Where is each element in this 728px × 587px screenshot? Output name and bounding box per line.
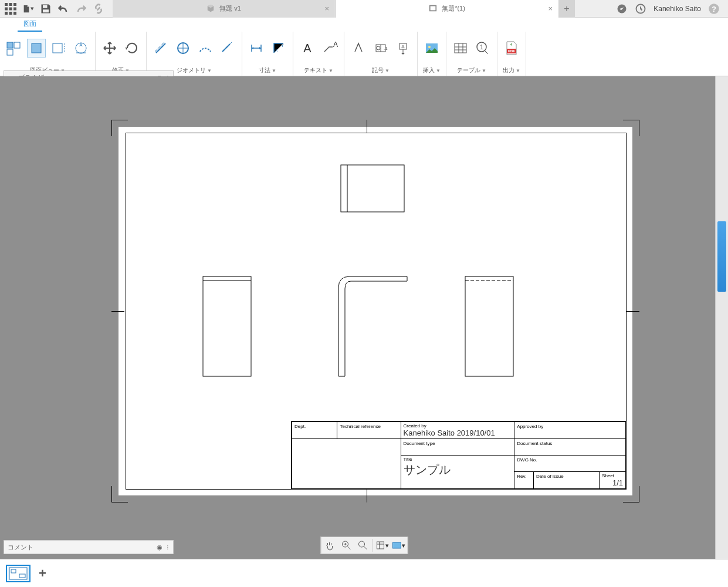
svg-rect-10 [43,9,49,12]
datum-id-icon[interactable]: A [394,39,412,58]
svg-text:A: A [333,41,338,49]
title-block[interactable]: Dept. Technical reference Created by Kan… [291,421,627,490]
image-icon[interactable] [422,39,441,58]
help-icon[interactable]: ? [708,3,720,15]
datum-icon[interactable]: .1 [371,39,390,58]
document-tab-inactive[interactable]: 無題 v1 × [113,0,336,18]
tb-title-label: Title [404,457,512,462]
tb-approvedby-label: Approved by [517,424,543,429]
arc-icon[interactable] [196,39,215,58]
line-icon[interactable] [151,39,170,58]
svg-text:X: X [275,48,278,52]
navigation-toolbar: ▾ ▾ [320,537,408,554]
ribbon-group-dimension: XY 寸法▼ [242,32,293,76]
pan-icon[interactable] [323,539,337,552]
close-icon[interactable]: × [324,4,329,13]
projected-view-left[interactable] [202,276,252,377]
zoom-fit-icon[interactable] [355,539,370,552]
base-view-front[interactable] [338,276,408,377]
app-grid-icon[interactable] [5,3,16,15]
balloon-icon[interactable]: 1 [473,39,492,58]
file-icon[interactable]: ▾ [22,3,34,15]
svg-line-49 [485,50,488,54]
ribbon-label: 寸法 [259,66,270,75]
close-icon[interactable]: × [548,4,553,13]
svg-line-24 [156,43,165,53]
cube-icon [206,4,215,14]
ordinate-icon[interactable]: XY [269,39,288,58]
layer-settings-icon[interactable]: ▾ [391,539,405,552]
sheet-bar: + [0,559,728,587]
circle-icon[interactable] [174,39,192,58]
vertical-scrollbar[interactable] [715,76,728,559]
ribbon-group-geometry: ジオメトリ▼ [147,32,242,76]
svg-text:Y: Y [281,43,284,48]
svg-rect-60 [341,165,404,212]
svg-line-67 [347,546,350,549]
svg-point-70 [358,541,364,547]
move-icon[interactable] [100,39,119,58]
svg-rect-12 [431,6,436,10]
canvas[interactable]: Dept. Technical reference Created by Kan… [0,76,714,544]
svg-rect-0 [5,3,8,6]
svg-rect-73 [392,542,401,548]
panel-resize-icon[interactable]: ⫶ [166,544,170,551]
ribbon-group-output: PDF 出力▼ [497,32,526,76]
tb-createdby-label: Created by [404,423,512,429]
dimension-icon[interactable] [247,39,266,58]
undo-icon[interactable] [57,3,69,15]
redo-icon[interactable] [75,3,87,15]
svg-text:PDF: PDF [508,49,515,53]
save-icon[interactable] [40,3,52,15]
document-tab-active[interactable]: 無題*(1) × [336,0,558,18]
surface-icon[interactable] [349,39,368,58]
ribbon-tab-drawing[interactable]: 図面 [18,17,42,32]
ribbon-label: テーブル [457,66,480,75]
leader-text-icon[interactable]: A [320,39,339,58]
ribbon-group-insert: 挿入▼ [418,32,446,76]
user-name[interactable]: Kanehiko Saito [653,5,701,13]
text-icon[interactable]: A [298,39,317,58]
projected-view-right[interactable] [465,276,514,377]
tb-createdby-value: Kanehiko Saito 2019/10/01 [404,429,512,437]
projected-view-top[interactable] [340,164,405,212]
drawing-sheet[interactable]: Dept. Technical reference Created by Kan… [94,117,639,505]
svg-rect-72 [377,542,384,549]
svg-rect-20 [32,43,41,53]
center-tick [111,311,124,312]
comments-panel: コメント ◉ ⫶ [4,540,174,554]
ribbon-tab-row: 図面 [0,18,728,32]
svg-rect-62 [203,276,251,376]
svg-rect-21 [53,43,62,53]
section-view-icon[interactable] [49,39,68,58]
ribbon-group-symbol: .1 A 記号▼ [344,32,418,76]
svg-rect-3 [5,7,8,10]
zoom-window-icon[interactable] [339,539,353,552]
scrollbar-thumb[interactable] [717,221,726,292]
link-icon[interactable] [93,3,104,15]
tb-dept-label: Dept. [294,424,306,429]
comments-header[interactable]: コメント ◉ ⫶ [4,540,174,554]
table-icon[interactable] [451,39,470,58]
clock-icon[interactable] [635,3,646,15]
rotate-icon[interactable] [123,39,141,58]
svg-point-34 [377,46,380,50]
detail-view-icon[interactable]: A [72,39,90,58]
pdf-export-icon[interactable]: PDF [502,39,521,58]
edge-ext-icon[interactable] [218,39,237,58]
svg-point-41 [428,46,431,48]
display-settings-icon[interactable]: ▾ [375,539,389,552]
tb-rev-label: Rev. [517,474,526,479]
ribbon-label: 記号 [372,66,384,75]
sheet-thumbnail[interactable] [6,565,31,582]
settings-icon[interactable]: ◉ [157,544,162,551]
base-view-icon[interactable] [5,39,23,58]
add-sheet-button[interactable]: + [39,566,46,581]
ribbon-group-modify: 修正▼ [96,32,147,76]
projected-view-icon[interactable] [27,39,46,58]
svg-rect-17 [7,42,13,48]
svg-rect-6 [5,12,8,15]
new-tab-button[interactable]: + [558,0,575,18]
tb-sheet-label: Sheet [602,473,623,478]
extensions-icon[interactable] [616,3,628,15]
